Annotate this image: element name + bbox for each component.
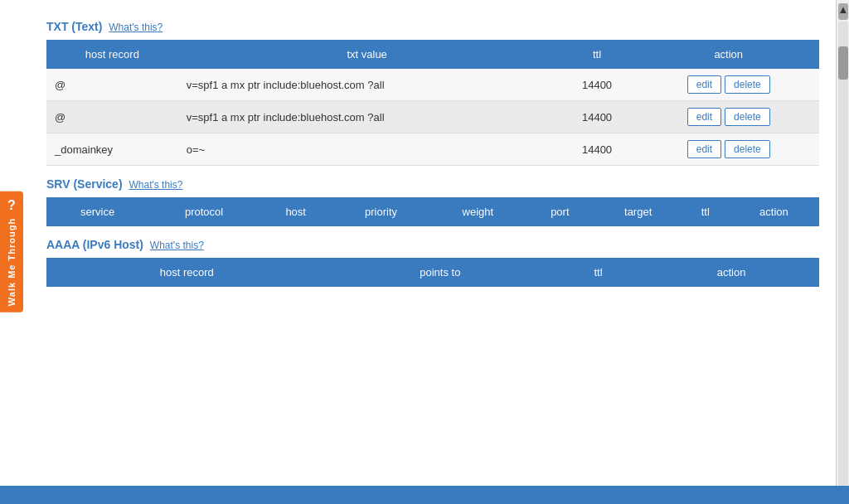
srv-col-target: target bbox=[594, 197, 682, 226]
txt-ttl-cell: 14400 bbox=[556, 69, 638, 101]
txt-host-cell: @ bbox=[46, 69, 178, 101]
srv-col-priority: priority bbox=[332, 197, 429, 226]
scrollbar-handle[interactable] bbox=[838, 46, 848, 80]
aaaa-col-ttl: ttl bbox=[553, 258, 643, 287]
aaaa-col-action: action bbox=[643, 258, 819, 287]
srv-col-ttl: ttl bbox=[682, 197, 729, 226]
txt-delete-button[interactable]: delete bbox=[725, 75, 770, 94]
txt-value-cell: v=spf1 a mx ptr include:bluehost.com ?al… bbox=[178, 69, 556, 101]
srv-section-title: SRV (Service) What's this? bbox=[46, 177, 819, 191]
aaaa-table: host recordpoints tottlaction bbox=[46, 258, 819, 287]
footer-bar bbox=[0, 486, 849, 504]
scrollbar-up-arrow[interactable]: ▲ bbox=[838, 3, 848, 20]
srv-col-service: service bbox=[46, 197, 148, 226]
txt-col-ttl: ttl bbox=[556, 40, 638, 69]
srv-col-port: port bbox=[526, 197, 594, 226]
srv-col-host: host bbox=[260, 197, 332, 226]
txt-value-cell: o=~ bbox=[178, 133, 556, 166]
scrollbar[interactable]: ▲ bbox=[836, 0, 849, 504]
txt-host-cell: _domainkey bbox=[46, 133, 178, 166]
txt-host-cell: @ bbox=[46, 101, 178, 133]
txt-col-action: action bbox=[638, 40, 819, 69]
txt-action-cell: editdelete bbox=[638, 133, 819, 166]
txt-edit-button[interactable]: edit bbox=[687, 108, 721, 126]
txt-action-cell: editdelete bbox=[638, 69, 819, 101]
txt-action-cell: editdelete bbox=[638, 101, 819, 133]
txt-delete-button[interactable]: delete bbox=[725, 108, 770, 126]
txt-section-title: TXT (Text) What's this? bbox=[46, 20, 819, 33]
srv-table: serviceprotocolhostpriorityweightporttar… bbox=[46, 197, 819, 226]
question-mark-icon: ? bbox=[7, 198, 16, 213]
txt-edit-button[interactable]: edit bbox=[687, 140, 721, 158]
srv-col-weight: weight bbox=[430, 197, 526, 226]
txt-ttl-cell: 14400 bbox=[556, 101, 638, 133]
txt-table-row: @v=spf1 a mx ptr include:bluehost.com ?a… bbox=[46, 101, 819, 133]
txt-edit-button[interactable]: edit bbox=[687, 75, 721, 94]
srv-whats-this-link[interactable]: What's this? bbox=[129, 179, 182, 191]
txt-table-row: @v=spf1 a mx ptr include:bluehost.com ?a… bbox=[46, 69, 819, 101]
side-tab-label: Walk Me Through bbox=[7, 218, 17, 306]
txt-whats-this-link[interactable]: What's this? bbox=[109, 22, 163, 33]
srv-col-protocol: protocol bbox=[148, 197, 260, 226]
txt-col-value: txt value bbox=[178, 40, 556, 69]
txt-col-host: host record bbox=[46, 40, 178, 69]
txt-table: host record txt value ttl action @v=spf1… bbox=[46, 40, 819, 166]
txt-value-cell: v=spf1 a mx ptr include:bluehost.com ?al… bbox=[178, 101, 556, 133]
aaaa-col-points-to: points to bbox=[327, 258, 553, 287]
scrollbar-track[interactable] bbox=[838, 22, 848, 504]
txt-ttl-cell: 14400 bbox=[556, 133, 638, 166]
aaaa-whats-this-link[interactable]: What's this? bbox=[150, 240, 204, 251]
txt-table-row: _domainkeyo=~14400editdelete bbox=[46, 133, 819, 166]
txt-delete-button[interactable]: delete bbox=[725, 140, 770, 158]
aaaa-col-host-record: host record bbox=[46, 258, 327, 287]
walk-me-through-tab[interactable]: ? Walk Me Through bbox=[0, 191, 23, 313]
srv-col-action: action bbox=[729, 197, 819, 226]
main-content: TXT (Text) What's this? host record txt … bbox=[30, 0, 836, 504]
aaaa-section-title: AAAA (IPv6 Host) What's this? bbox=[46, 238, 819, 251]
